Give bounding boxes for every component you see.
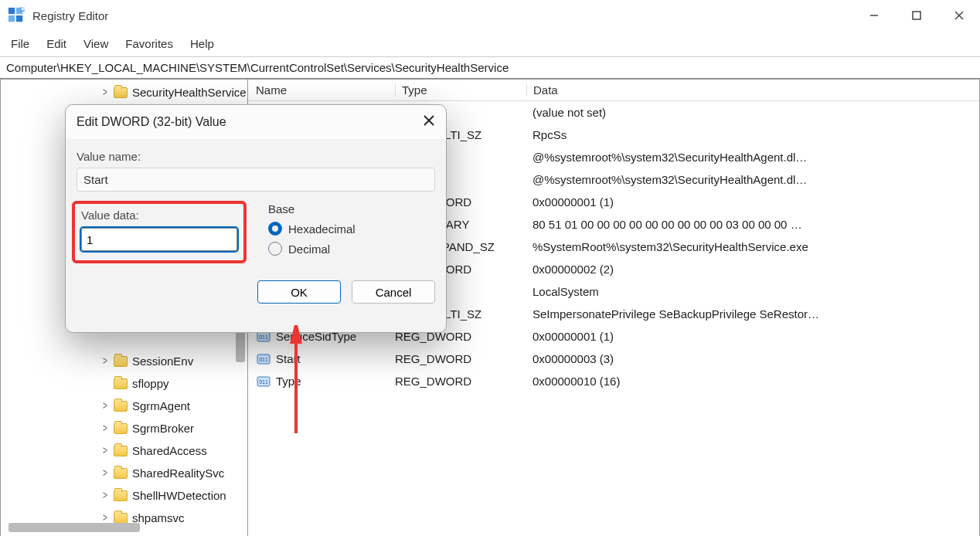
folder-icon [114, 468, 128, 479]
tree-item[interactable]: >SessionEnv [100, 350, 247, 372]
cell-data: 0x00000003 (3) [533, 352, 979, 365]
chevron-right-icon[interactable]: > [100, 400, 111, 412]
tree-item[interactable]: >SharedRealitySvc [100, 462, 247, 484]
chevron-right-icon[interactable]: > [100, 467, 111, 479]
cell-data: SeImpersonatePrivilege SeBackupPrivilege… [533, 307, 979, 321]
col-type[interactable]: Type [395, 83, 526, 97]
menubar: File Edit View Favorites Help [0, 31, 980, 57]
cell-data: @%systemroot%\system32\SecurityHealthAge… [533, 151, 979, 164]
value-type-icon: 011 [256, 351, 271, 367]
edit-dword-dialog: Edit DWORD (32-bit) Value Value name: St… [65, 104, 447, 333]
tree-item-label: SgrmBroker [132, 422, 194, 435]
tree-item-label: SessionEnv [132, 355, 193, 368]
chevron-right-icon[interactable]: > [100, 512, 111, 524]
svg-text:011: 011 [259, 334, 268, 340]
tree-item-label: ShellHWDetection [132, 489, 226, 502]
folder-icon [114, 401, 128, 412]
cell-data: @%systemroot%\system32\SecurityHealthAge… [533, 173, 979, 186]
svg-rect-3 [16, 15, 22, 22]
tree-item-label: shpamsvc [132, 511, 185, 524]
cancel-button[interactable]: Cancel [352, 280, 435, 304]
svg-rect-0 [9, 8, 15, 14]
value-data-label: Value data: [81, 209, 237, 222]
chevron-right-icon[interactable]: > [100, 445, 111, 456]
folder-icon [114, 356, 128, 367]
tree-item[interactable]: >ShellHWDetection [100, 484, 247, 507]
dialog-titlebar: Edit DWORD (32-bit) Value [66, 105, 446, 139]
folder-icon [114, 513, 128, 524]
folder-icon [114, 446, 128, 456]
value-data-input[interactable] [81, 228, 237, 251]
app-title: Registry Editor [32, 9, 108, 22]
folder-icon [114, 378, 128, 389]
svg-point-4 [21, 7, 26, 12]
tree-item[interactable]: >SecurityHealthService [100, 81, 247, 103]
cell-data: 0x00000002 (2) [533, 263, 979, 276]
address-bar[interactable]: Computer\HKEY_LOCAL_MACHINE\SYSTEM\Curre… [0, 57, 980, 79]
cell-data: RpcSs [533, 128, 979, 141]
titlebar: Registry Editor [0, 0, 980, 31]
chevron-right-icon[interactable]: > [100, 422, 111, 434]
radio-hexadecimal[interactable]: Hexadecimal [268, 222, 435, 236]
svg-text:011: 011 [259, 379, 268, 385]
menu-view[interactable]: View [83, 37, 108, 50]
svg-text:011: 011 [259, 357, 268, 362]
tree-scrollbar-horizontal[interactable] [9, 523, 140, 532]
value-name-field: Start [77, 168, 435, 192]
app-icon [8, 7, 25, 24]
menu-help[interactable]: Help [190, 37, 214, 50]
tree-item-label: SharedAccess [132, 444, 207, 457]
cell-type: REG_DWORD [395, 375, 533, 388]
tree-item-label: sfloppy [132, 377, 169, 390]
svg-rect-6 [913, 12, 920, 19]
tree-item[interactable]: >SgrmBroker [100, 417, 247, 439]
tree-item[interactable]: >SharedAccess [100, 439, 247, 462]
folder-icon [114, 87, 128, 98]
window-controls [852, 0, 980, 31]
value-type-icon: 011 [256, 374, 271, 389]
cell-data: (value not set) [533, 106, 979, 119]
minimize-button[interactable] [852, 0, 895, 31]
menu-favorites[interactable]: Favorites [125, 37, 173, 50]
cell-data: 0x00000001 (1) [533, 195, 979, 209]
menu-file[interactable]: File [11, 37, 29, 50]
cell-data: 80 51 01 00 00 00 00 00 00 00 00 00 03 0… [533, 218, 979, 231]
tree-item-label: SharedRealitySvc [132, 466, 224, 480]
cell-type: REG_DWORD [395, 352, 533, 365]
radio-decimal[interactable]: Decimal [268, 242, 435, 256]
tree-item[interactable]: >SgrmAgent [100, 395, 247, 417]
tree-item-label: SgrmAgent [132, 399, 190, 412]
table-row[interactable]: 011TypeREG_DWORD0x00000010 (16) [248, 370, 979, 392]
table-row[interactable]: 011StartREG_DWORD0x00000003 (3) [248, 348, 979, 370]
svg-rect-2 [9, 15, 15, 22]
menu-edit[interactable]: Edit [46, 37, 66, 50]
cell-data: %SystemRoot%\system32\SecurityHealthServ… [533, 240, 979, 253]
annotation-arrow [288, 325, 311, 441]
value-name-label: Value name: [77, 150, 435, 163]
cell-data: LocalSystem [533, 285, 979, 298]
base-group-label: Base [268, 202, 435, 215]
chevron-right-icon[interactable]: > [100, 355, 111, 367]
ok-button[interactable]: OK [257, 280, 341, 304]
value-data-highlight: Value data: [72, 201, 247, 263]
chevron-right-icon[interactable]: > [100, 490, 111, 501]
radio-dot-icon [268, 222, 282, 236]
column-headers[interactable]: Name Type Data [248, 80, 979, 101]
close-button[interactable] [937, 0, 980, 31]
radio-dot-icon [268, 242, 282, 256]
maximize-button[interactable] [895, 0, 937, 31]
cell-data: 0x00000010 (16) [533, 375, 979, 388]
folder-icon [114, 490, 128, 501]
radio-hex-label: Hexadecimal [288, 222, 356, 236]
cell-data: 0x00000001 (1) [533, 330, 979, 343]
dialog-title: Edit DWORD (32-bit) Value [77, 115, 226, 129]
tree-item[interactable]: >sfloppy [100, 372, 247, 395]
col-data[interactable]: Data [526, 83, 979, 97]
tree-item-label: SecurityHealthService [132, 86, 247, 99]
chevron-right-icon[interactable]: > [100, 87, 111, 98]
folder-icon [114, 423, 128, 434]
col-name[interactable]: Name [256, 83, 395, 97]
dialog-close-button[interactable] [423, 114, 435, 131]
radio-dec-label: Decimal [288, 243, 330, 256]
address-text: Computer\HKEY_LOCAL_MACHINE\SYSTEM\Curre… [6, 61, 509, 74]
